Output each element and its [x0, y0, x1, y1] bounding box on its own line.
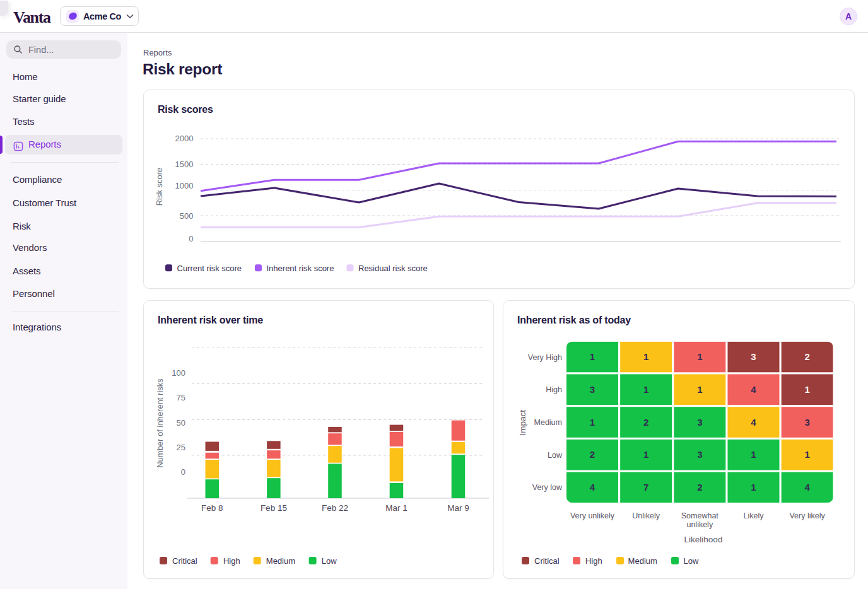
svg-text:4: 4 [804, 482, 810, 493]
svg-text:Low: Low [322, 556, 337, 566]
svg-text:Critical: Critical [172, 556, 197, 566]
svg-text:Mar 1: Mar 1 [385, 503, 408, 513]
svg-text:Impact: Impact [518, 410, 527, 436]
svg-text:Critical: Critical [534, 556, 560, 566]
svg-text:4: 4 [751, 384, 756, 395]
svg-text:3: 3 [697, 449, 702, 460]
svg-text:Risk score: Risk score [155, 168, 164, 206]
svg-text:4: 4 [590, 482, 595, 493]
svg-text:0: 0 [189, 234, 193, 243]
svg-text:1: 1 [590, 417, 595, 428]
svg-text:2: 2 [697, 482, 702, 493]
svg-text:2: 2 [804, 351, 809, 362]
svg-text:Inherent risk score: Inherent risk score [267, 264, 334, 273]
svg-text:7: 7 [643, 482, 648, 493]
svg-text:Low: Low [684, 556, 699, 566]
svg-text:500: 500 [180, 211, 194, 221]
svg-text:Current risk score: Current risk score [177, 264, 242, 273]
svg-text:1: 1 [697, 351, 702, 362]
svg-text:Residual risk score: Residual risk score [358, 264, 428, 273]
svg-text:Feb 22: Feb 22 [322, 503, 348, 513]
svg-text:1: 1 [643, 351, 648, 362]
svg-text:3: 3 [590, 384, 595, 395]
svg-text:Unlikely: Unlikely [632, 511, 660, 520]
svg-text:1: 1 [643, 384, 648, 395]
svg-text:1: 1 [697, 384, 702, 395]
svg-text:Mar 9: Mar 9 [447, 503, 469, 513]
svg-text:1: 1 [643, 449, 648, 460]
svg-text:1000: 1000 [175, 181, 194, 190]
svg-text:100: 100 [172, 368, 185, 378]
svg-text:4: 4 [751, 417, 756, 428]
svg-text:0: 0 [181, 467, 185, 477]
svg-text:unlikely: unlikely [686, 520, 713, 529]
svg-text:Very High: Very High [528, 353, 562, 362]
svg-text:Feb 8: Feb 8 [201, 503, 223, 513]
svg-text:3: 3 [697, 417, 702, 428]
svg-text:3: 3 [751, 351, 756, 362]
svg-text:1: 1 [751, 449, 756, 460]
svg-text:Feb 15: Feb 15 [261, 503, 287, 513]
svg-text:High: High [585, 556, 602, 566]
svg-text:Likelihood: Likelihood [684, 535, 723, 544]
svg-text:Very low: Very low [532, 483, 563, 492]
svg-text:High: High [546, 385, 562, 394]
svg-text:25: 25 [177, 443, 185, 452]
svg-text:Very likely: Very likely [789, 511, 825, 520]
svg-text:3: 3 [804, 417, 809, 428]
svg-text:Medium: Medium [266, 556, 295, 566]
svg-text:Medium: Medium [628, 556, 657, 566]
svg-text:1: 1 [804, 449, 809, 460]
svg-text:High: High [223, 556, 240, 566]
svg-text:2: 2 [590, 449, 595, 460]
svg-text:Somewhat: Somewhat [681, 511, 719, 520]
svg-text:75: 75 [177, 393, 185, 402]
svg-text:1500: 1500 [175, 160, 194, 169]
svg-text:Low: Low [548, 451, 563, 460]
svg-text:1: 1 [590, 351, 595, 362]
svg-text:2000: 2000 [175, 134, 194, 143]
svg-text:Likely: Likely [744, 511, 765, 520]
svg-text:Number of inherent risks: Number of inherent risks [155, 378, 165, 468]
svg-text:1: 1 [804, 384, 809, 395]
svg-text:Very unlikely: Very unlikely [570, 511, 615, 520]
svg-text:50: 50 [177, 418, 185, 428]
svg-text:Medium: Medium [534, 418, 562, 427]
svg-text:1: 1 [751, 482, 756, 493]
svg-text:2: 2 [643, 417, 648, 428]
